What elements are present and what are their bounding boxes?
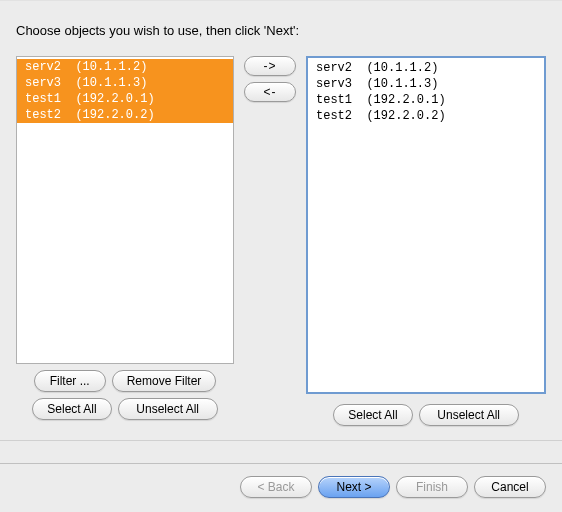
instruction-text: Choose objects you wish to use, then cli… bbox=[16, 23, 546, 38]
list-item[interactable]: test2 (192.2.0.2) bbox=[308, 108, 544, 124]
left-button-row-2: Select All Unselect All bbox=[16, 398, 234, 420]
unselect-all-right-button[interactable]: Unselect All bbox=[419, 404, 519, 426]
list-item[interactable]: test2 (192.2.0.2) bbox=[17, 107, 233, 123]
unselect-all-left-button[interactable]: Unselect All bbox=[118, 398, 218, 420]
content-area: Choose objects you wish to use, then cli… bbox=[0, 1, 562, 463]
selected-column: serv2 (10.1.1.2)serv3 (10.1.1.3)test1 (1… bbox=[306, 56, 546, 426]
available-listbox[interactable]: serv2 (10.1.1.2)serv3 (10.1.1.3)test1 (1… bbox=[16, 56, 234, 364]
list-item[interactable]: serv2 (10.1.1.2) bbox=[17, 59, 233, 75]
list-item[interactable]: serv2 (10.1.1.2) bbox=[308, 60, 544, 76]
cancel-button[interactable]: Cancel bbox=[474, 476, 546, 498]
next-button[interactable]: Next > bbox=[318, 476, 390, 498]
wizard-footer: < Back Next > Finish Cancel bbox=[0, 463, 562, 512]
picker-row: serv2 (10.1.1.2)serv3 (10.1.1.3)test1 (1… bbox=[16, 56, 546, 426]
selected-listbox[interactable]: serv2 (10.1.1.2)serv3 (10.1.1.3)test1 (1… bbox=[306, 56, 546, 394]
list-item[interactable]: serv3 (10.1.1.3) bbox=[308, 76, 544, 92]
back-button[interactable]: < Back bbox=[240, 476, 312, 498]
available-column: serv2 (10.1.1.2)serv3 (10.1.1.3)test1 (1… bbox=[16, 56, 234, 420]
filter-button[interactable]: Filter ... bbox=[34, 370, 106, 392]
list-item[interactable]: serv3 (10.1.1.3) bbox=[17, 75, 233, 91]
left-button-row-1: Filter ... Remove Filter bbox=[16, 370, 234, 392]
list-item[interactable]: test1 (192.2.0.1) bbox=[308, 92, 544, 108]
list-item[interactable]: test1 (192.2.0.1) bbox=[17, 91, 233, 107]
remove-filter-button[interactable]: Remove Filter bbox=[112, 370, 217, 392]
select-all-left-button[interactable]: Select All bbox=[32, 398, 111, 420]
transfer-arrows: -> <- bbox=[244, 56, 296, 102]
right-button-row: Select All Unselect All bbox=[306, 404, 546, 426]
move-right-button[interactable]: -> bbox=[244, 56, 296, 76]
select-all-right-button[interactable]: Select All bbox=[333, 404, 412, 426]
separator bbox=[0, 440, 562, 441]
wizard-window: Choose objects you wish to use, then cli… bbox=[0, 0, 562, 512]
move-left-button[interactable]: <- bbox=[244, 82, 296, 102]
finish-button[interactable]: Finish bbox=[396, 476, 468, 498]
